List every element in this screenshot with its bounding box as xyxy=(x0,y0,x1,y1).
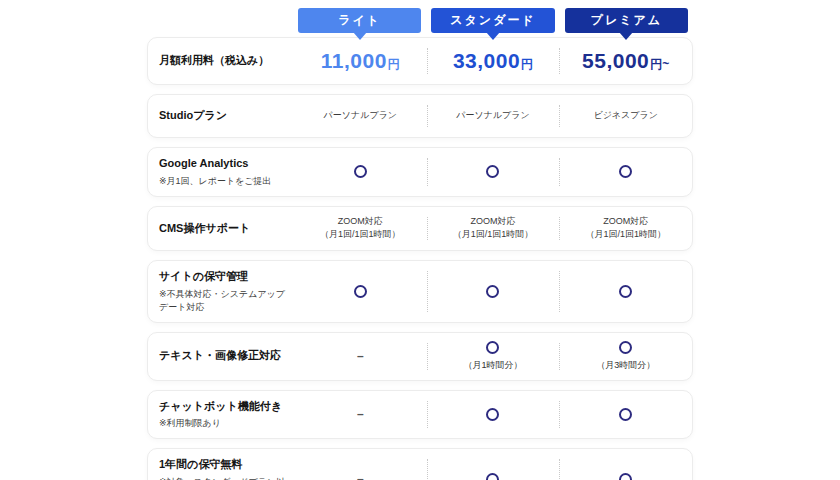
price-value: 33,000 円 xyxy=(453,49,533,73)
feature-row: Google Analytics※月1回、レポートをご提出 xyxy=(147,147,693,197)
feature-value-cell xyxy=(559,269,692,313)
included-circle-icon xyxy=(486,341,499,354)
cell-text: ZOOM対応 （月1回/1回1時間） xyxy=(320,215,401,243)
feature-note: ※不具体対応・システムアップデート対応 xyxy=(159,288,288,313)
price-number: 55,000 xyxy=(582,49,649,73)
feature-row: チャットボット機能付き※利用制限あり– xyxy=(147,390,693,440)
feature-row: Studioプランパーソナルプランパーソナルプランビジネスプラン xyxy=(147,94,693,138)
included-circle-icon xyxy=(486,285,499,298)
feature-value-cell: ZOOM対応 （月1回/1回1時間） xyxy=(427,215,560,243)
feature-value-cell: （月1時間分） xyxy=(427,341,560,372)
feature-label: 1年間の保守無料 xyxy=(159,457,288,473)
chip-pointer-icon xyxy=(619,32,633,40)
feature-label: Studioプラン xyxy=(159,108,288,124)
feature-note: ※対象：スタンダードプラン以上 xyxy=(159,476,288,480)
feature-value-cell: ZOOM対応 （月1回/1回1時間） xyxy=(559,215,692,243)
included-circle-icon xyxy=(486,408,499,421)
feature-value-cell xyxy=(427,399,560,431)
price-unit: 円 xyxy=(388,56,400,73)
feature-label-cell: テキスト・画像修正対応 xyxy=(148,348,294,364)
feature-value-cell: パーソナルプラン xyxy=(427,103,560,129)
feature-value-cell xyxy=(427,156,560,188)
feature-label-cell: サイトの保守管理※不具体対応・システムアップデート対応 xyxy=(148,269,294,313)
plan-header-row: ライト スタンダード プレミアム xyxy=(147,8,693,33)
feature-value-cell xyxy=(427,269,560,313)
not-included-dash: – xyxy=(357,350,364,362)
included-circle-icon xyxy=(486,165,499,178)
feature-note: ※月1回、レポートをご提出 xyxy=(159,175,288,188)
not-included-dash: – xyxy=(357,408,364,420)
included-circle-icon xyxy=(354,285,367,298)
cell-text: ビジネスプラン xyxy=(593,109,657,123)
feature-value-cell: ZOOM対応 （月1回/1回1時間） xyxy=(294,215,427,243)
price-unit: 円 xyxy=(521,56,533,73)
plan-chip-slot: スタンダード xyxy=(426,8,559,33)
pricing-table: ライト スタンダード プレミアム 月額利用料（税込み） 11,000 xyxy=(147,0,693,480)
feature-label-cell: 1年間の保守無料※対象：スタンダードプラン以上 xyxy=(148,457,294,480)
feature-value-cell xyxy=(559,399,692,431)
cell-note: （月3時間分） xyxy=(596,359,655,372)
included-circle-icon xyxy=(354,165,367,178)
feature-label-cell: 月額利用料（税込み） xyxy=(148,53,294,69)
plan-chip-label: スタンダード xyxy=(450,12,535,29)
feature-label-cell: CMS操作サポート xyxy=(148,221,294,237)
price-cell-light: 11,000 円 xyxy=(294,46,427,76)
feature-label: サイトの保守管理 xyxy=(159,269,288,285)
not-included-dash: – xyxy=(357,473,364,480)
cell-note: （月1時間分） xyxy=(463,359,522,372)
feature-row: 1年間の保守無料※対象：スタンダードプラン以上– xyxy=(147,448,693,480)
feature-label: 月額利用料（税込み） xyxy=(159,53,288,69)
cell-text: パーソナルプラン xyxy=(456,109,529,123)
price-cell-premium: 55,000 円~ xyxy=(559,46,692,76)
table-rows: 月額利用料（税込み） 11,000 円 33,000 円 55,000 円~ xyxy=(147,37,693,480)
price-number: 33,000 xyxy=(453,49,520,73)
feature-label: Google Analytics xyxy=(159,156,288,172)
plan-chip-label: ライト xyxy=(338,12,381,29)
plan-chip-standard: スタンダード xyxy=(431,8,554,33)
cell-text: パーソナルプラン xyxy=(324,109,397,123)
feature-row: CMS操作サポートZOOM対応 （月1回/1回1時間）ZOOM対応 （月1回/1… xyxy=(147,206,693,252)
plan-chip-slot: ライト xyxy=(293,8,426,33)
feature-value-cell: – xyxy=(294,457,427,480)
feature-label: CMS操作サポート xyxy=(159,221,288,237)
included-circle-icon xyxy=(619,408,632,421)
chip-pointer-icon xyxy=(353,32,367,40)
feature-label: チャットボット機能付き xyxy=(159,399,288,415)
included-circle-icon xyxy=(619,341,632,354)
price-cell-standard: 33,000 円 xyxy=(427,46,560,76)
feature-label-cell: Google Analytics※月1回、レポートをご提出 xyxy=(148,156,294,188)
plan-chip-label: プレミアム xyxy=(591,12,662,29)
cell-text: ZOOM対応 （月1回/1回1時間） xyxy=(453,215,534,243)
price-number: 11,000 xyxy=(321,49,387,73)
feature-value-cell: ビジネスプラン xyxy=(559,103,692,129)
included-circle-icon xyxy=(619,165,632,178)
feature-value-cell: （月3時間分） xyxy=(559,341,692,372)
feature-value-cell xyxy=(294,269,427,313)
feature-value-cell xyxy=(294,156,427,188)
price-value: 55,000 円~ xyxy=(582,49,669,73)
feature-label-cell: チャットボット機能付き※利用制限あり xyxy=(148,399,294,431)
chip-pointer-icon xyxy=(486,32,500,40)
label-column-spacer xyxy=(147,8,293,33)
price-row: 月額利用料（税込み） 11,000 円 33,000 円 55,000 円~ xyxy=(147,37,693,85)
included-circle-icon xyxy=(619,473,632,480)
feature-value-cell xyxy=(559,457,692,480)
feature-label: テキスト・画像修正対応 xyxy=(159,348,288,364)
plan-chip-light: ライト xyxy=(298,8,421,33)
feature-label-cell: Studioプラン xyxy=(148,108,294,124)
included-circle-icon xyxy=(619,285,632,298)
feature-value-cell xyxy=(427,457,560,480)
feature-value-cell xyxy=(559,156,692,188)
cell-text: ZOOM対応 （月1回/1回1時間） xyxy=(585,215,666,243)
feature-value-cell: – xyxy=(294,341,427,372)
feature-row: サイトの保守管理※不具体対応・システムアップデート対応 xyxy=(147,260,693,322)
price-unit: 円~ xyxy=(650,56,669,73)
plan-chip-premium: プレミアム xyxy=(565,8,688,33)
feature-row: テキスト・画像修正対応–（月1時間分）（月3時間分） xyxy=(147,332,693,381)
price-value: 11,000 円 xyxy=(321,49,400,73)
feature-value-cell: – xyxy=(294,399,427,431)
feature-note: ※利用制限あり xyxy=(159,417,288,430)
included-circle-icon xyxy=(486,473,499,480)
feature-value-cell: パーソナルプラン xyxy=(294,103,427,129)
plan-chip-slot: プレミアム xyxy=(560,8,693,33)
